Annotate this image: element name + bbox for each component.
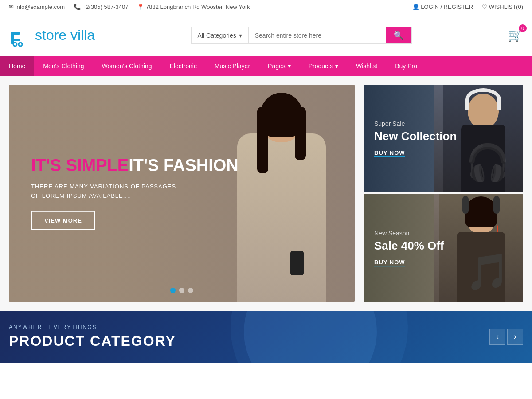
chevron-down-icon: ▾: [239, 32, 242, 39]
logo-text: store villa: [35, 27, 95, 43]
cart-button[interactable]: 🛒 0: [508, 28, 523, 43]
search-button[interactable]: 🔍: [386, 27, 411, 43]
banner-2[interactable]: New Season Sale 40% Off BUY NOW: [364, 194, 523, 302]
product-category-label: ANYWHERE EVERYTHINGS: [9, 324, 176, 330]
nav-item-pages[interactable]: Pages ▾: [259, 56, 300, 76]
nav-item-buy-pro[interactable]: Buy Pro: [386, 56, 426, 76]
header: store villa All Categories ▾ 🔍 🛒 0: [0, 14, 532, 56]
nav-item-products[interactable]: Products ▾: [300, 56, 347, 76]
svg-rect-2: [11, 32, 20, 35]
hero-tagline-pink: IT'S SIMPLE: [31, 156, 129, 175]
hero-view-more-button[interactable]: VIEW MORE: [31, 211, 95, 230]
navbar: Home Men's Clothing Women's Clothing Ele…: [0, 56, 532, 76]
logo[interactable]: store villa: [9, 23, 95, 47]
carousel-prev-button[interactable]: ‹: [489, 329, 505, 345]
hero-description: THERE ARE MANY VARIATIONS OF PASSAGESOF …: [31, 182, 239, 201]
wishlist-link[interactable]: ♡ WISHLIST(0): [482, 4, 523, 10]
product-category-title: PRODUCT CATEGORY: [9, 333, 176, 349]
nav-item-wishlist[interactable]: Wishlist: [347, 56, 386, 76]
banner-2-buy-button[interactable]: BUY NOW: [374, 259, 405, 266]
pages-chevron-icon: ▾: [288, 63, 291, 70]
search-input[interactable]: [249, 27, 386, 43]
topbar-email: ✉ info@example.com: [9, 4, 65, 10]
svg-point-3: [19, 43, 22, 46]
carousel-buttons: ‹ ›: [489, 329, 523, 345]
banner-1-title: New Collection: [374, 130, 457, 143]
product-category-section: ANYWHERE EVERYTHINGS PRODUCT CATEGORY ‹ …: [0, 311, 532, 363]
search-icon: 🔍: [394, 31, 403, 40]
slider-dot-1[interactable]: [170, 288, 176, 293]
search-bar: All Categories ▾ 🔍: [191, 27, 412, 44]
svg-rect-1: [11, 39, 20, 41]
right-banners: Super Sale New Collection BUY NOW: [364, 85, 523, 302]
nav-item-home[interactable]: Home: [0, 56, 34, 76]
login-register-link[interactable]: 👤 LOGIN / REGISTER: [412, 4, 473, 10]
banner-1-text: Super Sale New Collection BUY NOW: [374, 120, 457, 157]
hero-text: IT'S SIMPLEIT'S FASHION THERE ARE MANY V…: [31, 156, 239, 230]
topbar-address: 📍 7882 Longbranch Rd Wooster, New York: [137, 4, 250, 10]
hero-tagline-white: IT'S FASHION: [129, 156, 239, 175]
banner-2-subtitle: New Season: [374, 230, 444, 237]
search-category-dropdown[interactable]: All Categories ▾: [192, 27, 249, 43]
banner-1-subtitle: Super Sale: [374, 120, 457, 127]
carousel-next-button[interactable]: ›: [507, 329, 523, 345]
main-content: IT'S SIMPLEIT'S FASHION THERE ARE MANY V…: [0, 76, 532, 311]
product-category-text: ANYWHERE EVERYTHINGS PRODUCT CATEGORY: [9, 324, 176, 349]
topbar-phone: 📞 +2(305) 587-3407: [74, 4, 128, 10]
logo-icon: [9, 23, 33, 47]
banner-1-buy-button[interactable]: BUY NOW: [374, 149, 405, 157]
slider-dot-2[interactable]: [179, 288, 184, 293]
topbar-left: ✉ info@example.com 📞 +2(305) 587-3407 📍 …: [9, 4, 250, 10]
banner-2-title: Sale 40% Off: [374, 239, 444, 252]
banner-2-text: New Season Sale 40% Off BUY NOW: [374, 230, 444, 267]
hero-tagline: IT'S SIMPLEIT'S FASHION: [31, 156, 239, 175]
nav-item-music-player[interactable]: Music Player: [206, 56, 259, 76]
nav-item-electronic[interactable]: Electronic: [160, 56, 205, 76]
banner-1[interactable]: Super Sale New Collection BUY NOW: [364, 85, 523, 192]
products-chevron-icon: ▾: [335, 63, 338, 70]
nav-item-womens-clothing[interactable]: Women's Clothing: [93, 56, 161, 76]
topbar: ✉ info@example.com 📞 +2(305) 587-3407 📍 …: [0, 0, 532, 14]
topbar-right: 👤 LOGIN / REGISTER ♡ WISHLIST(0): [412, 4, 523, 10]
decorative-circle-2: [231, 311, 408, 363]
slider-dots: [170, 288, 193, 293]
hero-slider: IT'S SIMPLEIT'S FASHION THERE ARE MANY V…: [9, 85, 355, 302]
nav-item-mens-clothing[interactable]: Men's Clothing: [34, 56, 93, 76]
slider-dot-3[interactable]: [188, 288, 193, 293]
svg-point-4: [13, 43, 17, 46]
cart-badge: 0: [519, 24, 527, 32]
